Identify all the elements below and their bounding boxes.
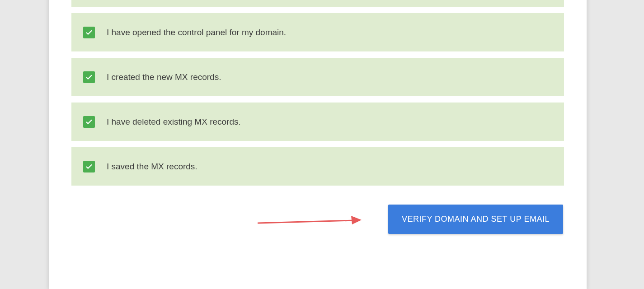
check-label: I saved the MX records. (107, 162, 197, 172)
checkbox-icon[interactable] (83, 71, 95, 83)
checkbox-icon[interactable] (83, 27, 95, 38)
check-label: I have opened the control panel for my d… (107, 28, 286, 37)
check-item-created-mx[interactable]: I created the new MX records. (71, 58, 564, 96)
check-item-control-panel[interactable]: I have opened the control panel for my d… (71, 13, 564, 51)
check-item-deleted-mx[interactable]: I have deleted existing MX records. (71, 103, 564, 141)
check-label: I created the new MX records. (107, 72, 221, 82)
check-label: I have deleted existing MX records. (107, 117, 241, 127)
setup-card: I have opened the control panel for my d… (49, 0, 587, 289)
action-row: VERIFY DOMAIN AND SET UP EMAIL (71, 205, 564, 234)
checkbox-icon[interactable] (83, 161, 95, 172)
checkbox-icon[interactable] (83, 116, 95, 128)
check-item-stub (71, 0, 564, 7)
check-item-saved-mx[interactable]: I saved the MX records. (71, 147, 564, 186)
mx-checklist: I have opened the control panel for my d… (71, 0, 564, 186)
verify-domain-button[interactable]: VERIFY DOMAIN AND SET UP EMAIL (388, 205, 563, 234)
